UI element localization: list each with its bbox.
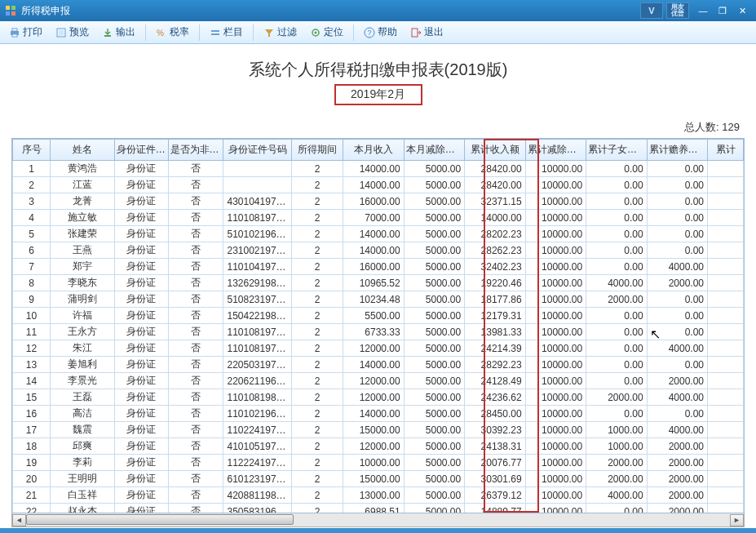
cell-accded[interactable]: 10000.00 xyxy=(525,324,586,340)
cell-child[interactable]: 0.00 xyxy=(586,406,647,422)
cell-income[interactable]: 15000.00 xyxy=(343,471,404,487)
cell-nonres[interactable]: 否 xyxy=(168,422,223,438)
cell-idno[interactable]: 2310021975... xyxy=(223,242,291,259)
cell-income[interactable]: 14000.00 xyxy=(343,357,404,373)
cell-income[interactable]: 6733.33 xyxy=(343,324,404,340)
cell-accinc[interactable]: 12179.31 xyxy=(465,308,525,324)
cell-deduct[interactable]: 5000.00 xyxy=(404,308,464,324)
cell-idtype[interactable]: 身份证 xyxy=(114,210,168,226)
cell-accinc[interactable]: 28292.23 xyxy=(465,357,525,373)
cell-child[interactable]: 2000.00 xyxy=(586,455,647,471)
cell-accded[interactable]: 10000.00 xyxy=(525,357,586,373)
cell-idtype[interactable]: 身份证 xyxy=(114,438,168,455)
cell-idno[interactable]: 1101081974... xyxy=(223,210,291,226)
cell-deduct[interactable]: 5000.00 xyxy=(404,242,464,259)
cell-elder[interactable]: 0.00 xyxy=(647,324,707,340)
cell-seq[interactable]: 13 xyxy=(13,357,51,373)
cell-last[interactable] xyxy=(708,504,744,514)
table-row[interactable]: 5张建荣身份证否5101021965...214000.005000.00282… xyxy=(13,226,744,242)
cell-income[interactable]: 7000.00 xyxy=(343,210,404,226)
cell-income[interactable]: 10965.52 xyxy=(343,275,404,291)
cell-income[interactable]: 14000.00 xyxy=(343,406,404,422)
table-row[interactable]: 14李景光身份证否2206211967...212000.005000.0024… xyxy=(13,373,744,389)
cell-last[interactable] xyxy=(708,226,744,242)
col-deduct[interactable]: 本月减除费用 xyxy=(404,140,464,161)
cell-idtype[interactable]: 身份证 xyxy=(114,161,168,177)
cell-nonres[interactable]: 否 xyxy=(168,406,223,422)
cell-idno[interactable]: 1504221980... xyxy=(223,308,291,324)
table-row[interactable]: 15王磊身份证否1101081982...212000.005000.00242… xyxy=(13,389,744,406)
cell-name[interactable]: 李晓东 xyxy=(51,275,115,291)
table-row[interactable]: 9蒲明剑身份证否5108231973...210234.485000.00181… xyxy=(13,291,744,308)
cell-idno[interactable]: 2206211967... xyxy=(223,373,291,389)
cell-elder[interactable]: 0.00 xyxy=(647,291,707,308)
cell-nonres[interactable]: 否 xyxy=(168,275,223,291)
cell-seq[interactable]: 16 xyxy=(13,406,51,422)
cell-accinc[interactable]: 32371.15 xyxy=(465,193,525,210)
cell-period[interactable]: 2 xyxy=(291,357,343,373)
cell-child[interactable]: 0.00 xyxy=(586,308,647,324)
print-button[interactable]: 打印 xyxy=(3,23,48,42)
tax-rate-button[interactable]: %税率 xyxy=(150,23,195,42)
cell-accinc[interactable]: 28450.00 xyxy=(465,406,525,422)
cell-name[interactable]: 王燕 xyxy=(51,242,115,259)
cell-seq[interactable]: 3 xyxy=(13,193,51,210)
cell-idno[interactable]: 2205031978... xyxy=(223,357,291,373)
cell-nonres[interactable]: 否 xyxy=(168,193,223,210)
cell-elder[interactable]: 0.00 xyxy=(647,308,707,324)
cell-seq[interactable]: 12 xyxy=(13,340,51,357)
cell-nonres[interactable]: 否 xyxy=(168,226,223,242)
cell-idno[interactable]: 1326291981... xyxy=(223,275,291,291)
cell-child[interactable]: 0.00 xyxy=(586,259,647,275)
cell-nonres[interactable]: 否 xyxy=(168,308,223,324)
cell-name[interactable]: 李莉 xyxy=(51,455,115,471)
table-row[interactable]: 17魏震身份证否1102241976...215000.005000.00303… xyxy=(13,422,744,438)
cell-deduct[interactable]: 5000.00 xyxy=(404,487,464,504)
cell-income[interactable]: 12000.00 xyxy=(343,373,404,389)
cell-deduct[interactable]: 5000.00 xyxy=(404,210,464,226)
cell-nonres[interactable]: 否 xyxy=(168,389,223,406)
cell-name[interactable]: 白玉祥 xyxy=(51,487,115,504)
cell-nonres[interactable]: 否 xyxy=(168,161,223,177)
cell-elder[interactable]: 0.00 xyxy=(647,161,707,177)
cell-idtype[interactable]: 身份证 xyxy=(114,471,168,487)
cell-accinc[interactable]: 30301.69 xyxy=(465,471,525,487)
cell-idtype[interactable]: 身份证 xyxy=(114,324,168,340)
cell-idtype[interactable]: 身份证 xyxy=(114,373,168,389)
columns-button[interactable]: 栏目 xyxy=(204,23,249,42)
cell-income[interactable]: 12000.00 xyxy=(343,438,404,455)
cell-deduct[interactable]: 5000.00 xyxy=(404,455,464,471)
col-idno[interactable]: 身份证件号码 xyxy=(223,140,291,161)
cell-seq[interactable]: 22 xyxy=(13,504,51,514)
cell-accded[interactable]: 10000.00 xyxy=(525,422,586,438)
cell-accinc[interactable]: 24128.49 xyxy=(465,373,525,389)
cell-period[interactable]: 2 xyxy=(291,422,343,438)
cell-period[interactable]: 2 xyxy=(291,438,343,455)
cell-accded[interactable]: 10000.00 xyxy=(525,226,586,242)
cell-period[interactable]: 2 xyxy=(291,308,343,324)
cell-child[interactable]: 1000.00 xyxy=(586,422,647,438)
cell-last[interactable] xyxy=(708,487,744,504)
cell-last[interactable] xyxy=(708,242,744,259)
cell-elder[interactable]: 2000.00 xyxy=(647,275,707,291)
restore-button[interactable]: ❐ xyxy=(714,4,732,17)
cell-elder[interactable]: 0.00 xyxy=(647,193,707,210)
cell-accded[interactable]: 10000.00 xyxy=(525,275,586,291)
cell-last[interactable] xyxy=(708,471,744,487)
cell-child[interactable]: 2000.00 xyxy=(586,389,647,406)
cell-deduct[interactable]: 5000.00 xyxy=(404,422,464,438)
cell-last[interactable] xyxy=(708,291,744,308)
table-row[interactable]: 18邱爽身份证否4101051977...212000.005000.00241… xyxy=(13,438,744,455)
cell-idtype[interactable]: 身份证 xyxy=(114,406,168,422)
cell-elder[interactable]: 0.00 xyxy=(647,177,707,193)
cell-deduct[interactable]: 5000.00 xyxy=(404,340,464,357)
cell-idtype[interactable]: 身份证 xyxy=(114,308,168,324)
table-row[interactable]: 12朱江身份证否1101081977...212000.005000.00242… xyxy=(13,340,744,357)
cell-accinc[interactable]: 28420.00 xyxy=(465,161,525,177)
cell-idno[interactable]: 1102241976... xyxy=(223,422,291,438)
cell-idno[interactable]: 3505831968... xyxy=(223,504,291,514)
cell-nonres[interactable]: 否 xyxy=(168,340,223,357)
cell-period[interactable]: 2 xyxy=(291,275,343,291)
cell-seq[interactable]: 15 xyxy=(13,389,51,406)
cell-seq[interactable]: 4 xyxy=(13,210,51,226)
